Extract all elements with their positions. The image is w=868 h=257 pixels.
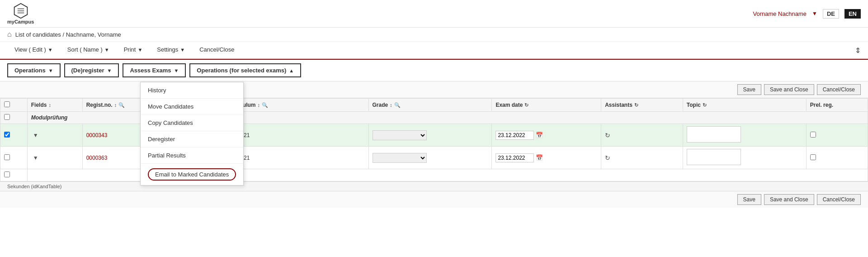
row2-topic-input[interactable] (687, 149, 741, 165)
assistants-refresh-icon[interactable]: ↻ (634, 102, 638, 108)
nav-view-caret: ▼ (48, 47, 53, 52)
bottom-save-close-button[interactable]: Save and Close (764, 194, 814, 205)
assess-exams-button[interactable]: Assess Exams ▼ (123, 63, 186, 77)
table-row-empty (0, 169, 868, 181)
operations-caret: ▼ (48, 68, 53, 73)
operations-button[interactable]: Operations ▼ (7, 63, 61, 77)
empty-checkbox[interactable] (4, 171, 10, 177)
col-assistants: Assistants ↻ (601, 99, 683, 112)
row1-calendar-icon[interactable]: 📅 (536, 132, 543, 138)
row1-grade-cell (368, 124, 492, 147)
col-grade: Grade ↕ 🔍 (368, 99, 492, 112)
deregister-button[interactable]: (De)register ▼ (64, 63, 119, 77)
main-nav: View ( Edit ) ▼ Sort ( Name ) ▼ Print ▼ … (0, 42, 868, 60)
row2-prel-reg-checkbox[interactable] (810, 154, 816, 160)
empty-checkbox-cell (0, 169, 28, 181)
row2-exam-date-input[interactable] (495, 153, 534, 162)
top-action-bar: Save Save and Close Cancel/Close (0, 81, 868, 98)
grade-search-icon[interactable]: 🔍 (394, 102, 401, 108)
row1-expand-btn[interactable]: ▼ (31, 132, 40, 138)
nav-sort-caret: ▼ (104, 47, 109, 52)
row1-prel-reg-checkbox[interactable] (810, 132, 816, 138)
user-name[interactable]: Vorname Nachname (753, 10, 807, 17)
top-cancel-close-button[interactable]: Cancel/Close (817, 84, 861, 95)
exam-date-refresh-icon[interactable]: ↻ (524, 102, 528, 108)
nav-item-view[interactable]: View ( Edit ) ▼ (7, 42, 60, 59)
row2-calendar-icon[interactable]: 📅 (536, 154, 543, 161)
row1-topic-input[interactable] (687, 126, 741, 143)
top-bar-right: Vorname Nachname ▼ DE EN (753, 9, 861, 19)
top-save-close-button[interactable]: Save and Close (764, 84, 814, 95)
bottom-cancel-close-button[interactable]: Cancel/Close (817, 194, 861, 205)
col-fields: Fields ↕ (27, 99, 82, 112)
select-all-checkbox[interactable] (4, 101, 10, 107)
row1-checkbox-cell (0, 124, 28, 147)
row1-exam-date-cell: 📅 (492, 124, 601, 147)
row1-exam-date-input[interactable] (495, 131, 534, 140)
home-icon[interactable]: ⌂ (7, 30, 12, 38)
toolbar-row: Operations ▼ (De)register ▼ Assess Exams… (0, 60, 868, 81)
assess-exams-caret: ▼ (174, 68, 179, 73)
top-bar: myCampus Vorname Nachname ▼ DE EN (0, 0, 868, 28)
group-checkbox-cell (0, 112, 28, 124)
group-checkbox[interactable] (4, 114, 10, 120)
row2-expand-btn[interactable]: ▼ (31, 155, 40, 161)
regist-search-icon[interactable]: 🔍 (118, 102, 125, 108)
nav-item-settings[interactable]: Settings ▼ (150, 42, 192, 59)
status-sort-icon[interactable]: ↕ (258, 102, 260, 108)
topic-refresh-icon[interactable]: ↻ (703, 102, 707, 108)
fields-sort-icon[interactable]: ↕ (48, 102, 51, 108)
row1-prel-reg-cell (806, 124, 868, 147)
logo-icon (13, 3, 29, 19)
col-prel-reg: Prel. reg. (806, 99, 868, 112)
lang-en-button[interactable]: EN (844, 9, 861, 19)
bottom-action-bar: Save Save and Close Cancel/Close (0, 191, 868, 208)
breadcrumb: ⌂ List of candidates / Nachname, Vorname (0, 28, 868, 42)
logo-text: myCampus (7, 19, 34, 24)
col-exam-date: Exam date ↻ (492, 99, 601, 112)
nav-item-sort[interactable]: Sort ( Name ) ▼ (60, 42, 117, 59)
bottom-save-button[interactable]: Save (737, 194, 761, 205)
row2-grade-cell (368, 147, 492, 169)
row2-topic-cell (683, 147, 806, 169)
operations-selected-button[interactable]: Operations (for selected exams) ▲ (189, 63, 301, 77)
row2-prel-reg-cell (806, 147, 868, 169)
deregister-caret: ▼ (107, 68, 112, 73)
operations-dropdown-menu: History Move Candidates Copy Candidates … (140, 82, 244, 186)
row1-checkbox[interactable] (4, 132, 10, 138)
lang-de-button[interactable]: DE (823, 9, 839, 19)
row2-assistants-refresh-icon[interactable]: ↻ (605, 154, 610, 162)
row2-checkbox[interactable] (4, 154, 10, 160)
nav-item-cancel-close[interactable]: Cancel/Close (192, 42, 241, 59)
table-row: ▼ 0000343 E, 0990 41 301 MJ, 301/2021 (0, 124, 868, 147)
row1-grade-select[interactable] (373, 130, 427, 140)
nav-item-print[interactable]: Print ▼ (117, 42, 150, 59)
row2-reg-no-link[interactable]: 0000363 (86, 155, 108, 161)
status-bar: Sekunden (idKandTable) (0, 181, 868, 191)
candidates-table: Fields ↕ Regist.no. ↕ 🔍 Status of stud.,… (0, 98, 868, 181)
row1-reg-no-link[interactable]: 0000343 (86, 132, 108, 138)
row2-checkbox-cell (0, 147, 28, 169)
dropdown-item-copy-candidates[interactable]: Copy Candidates (141, 115, 243, 131)
row2-grade-select[interactable] (373, 153, 427, 163)
dropdown-item-email[interactable]: Email to Marked Candidates (141, 164, 243, 185)
nav-sort-icon[interactable]: ⇕ (855, 46, 861, 55)
dropdown-item-history[interactable]: History (141, 82, 243, 99)
col-topic: Topic ↻ (683, 99, 806, 112)
dropdown-item-move-candidates[interactable]: Move Candidates (141, 99, 243, 115)
status-search-icon[interactable]: 🔍 (262, 102, 268, 108)
row1-assistants-refresh-icon[interactable]: ↻ (605, 132, 610, 139)
grade-sort-icon[interactable]: ↕ (390, 102, 392, 108)
group-row-modulprufung: Modulprüfung (0, 112, 868, 124)
row1-topic-cell (683, 124, 806, 147)
dropdown-item-deregister[interactable]: Deregister (141, 131, 243, 148)
user-dropdown-icon[interactable]: ▼ (812, 10, 817, 17)
row1-assistants-cell: ↻ (601, 124, 683, 147)
regist-sort-icon[interactable]: ↕ (114, 102, 117, 108)
row1-expand-cell: ▼ (27, 124, 82, 147)
status-text: Sekunden (idKandTable) (7, 184, 61, 189)
dropdown-item-partial-results[interactable]: Partial Results (141, 148, 243, 164)
top-save-button[interactable]: Save (737, 84, 761, 95)
table-row: ▼ 0000363 E, 0990 41 301 MJ, 301/2021 (0, 147, 868, 169)
breadcrumb-text: List of candidates / Nachname, Vorname (15, 31, 121, 38)
